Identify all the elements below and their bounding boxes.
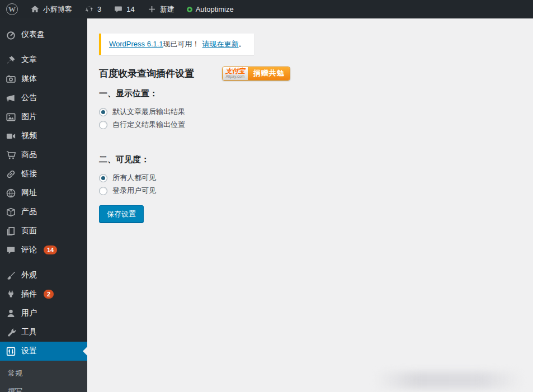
chain-link-icon	[5, 169, 16, 180]
sidebar-item-goods[interactable]: 商品	[0, 145, 87, 164]
alipay-donate-button[interactable]: 支付宝 Alipay.com 捐赠共勉	[222, 67, 290, 81]
sidebar-item-pages[interactable]: 页面	[0, 221, 87, 240]
wrench-icon	[5, 327, 16, 338]
globe-icon	[5, 188, 16, 199]
plugins-count-badge: 2	[44, 290, 54, 299]
sidebar-item-appearance[interactable]: 外观	[0, 266, 87, 285]
plug-icon	[5, 289, 16, 300]
sidebar-item-media[interactable]: 媒体	[0, 69, 87, 88]
admin-bar: 小辉博客 3 14 新建 Autoptimize	[0, 0, 533, 18]
submenu-item-general[interactable]: 常规	[0, 365, 87, 382]
video-camera-icon	[5, 131, 16, 141]
radio-option-default-output[interactable]: 默认文章最后输出结果	[99, 107, 185, 117]
settings-submenu: 常规 撰写	[0, 361, 87, 392]
radio-option-visible-all[interactable]: 所有人都可见	[99, 173, 156, 183]
image-icon	[5, 112, 16, 122]
section-visibility-heading: 二、可见度：	[99, 154, 533, 165]
comments-count: 14	[126, 5, 134, 13]
wordpress-version-link[interactable]: WordPress 6.1.1	[109, 40, 163, 48]
radio-unselected-icon[interactable]	[99, 187, 107, 195]
package-icon	[5, 207, 16, 218]
radio-option-custom-output[interactable]: 自行定义结果输出位置	[99, 120, 185, 130]
notice-period: 。	[239, 40, 246, 48]
sidebar-item-comments[interactable]: 评论 14	[0, 240, 87, 259]
main-content: WordPress 6.1.1现已可用！请现在更新。 百度收录查询插件设置 支付…	[87, 18, 533, 392]
sidebar-item-users[interactable]: 用户	[0, 304, 87, 323]
site-menu[interactable]: 小辉博客	[24, 0, 78, 18]
sidebar-item-plugins[interactable]: 插件 2	[0, 285, 87, 304]
sidebar-item-products[interactable]: 产品	[0, 202, 87, 221]
comments-icon	[114, 4, 123, 14]
admin-sidebar: 仪表盘 文章 媒体 公告 图片 视频 商品 链接 网址 产品 页面	[0, 18, 87, 392]
section-display-heading: 一、显示位置：	[99, 88, 533, 99]
site-name: 小辉博客	[43, 4, 72, 15]
comment-bubble-icon	[5, 245, 16, 256]
new-content-menu[interactable]: 新建	[141, 0, 181, 18]
sidebar-item-urls[interactable]: 网址	[0, 183, 87, 202]
updates-count: 3	[97, 5, 101, 13]
plus-icon	[147, 4, 157, 14]
page-title: 百度收录查询插件设置	[99, 67, 194, 80]
donate-label: 捐赠共勉	[248, 67, 290, 80]
sidebar-item-videos[interactable]: 视频	[0, 126, 87, 145]
submenu-item-writing[interactable]: 撰写	[0, 382, 87, 392]
save-settings-button[interactable]: 保存设置	[99, 205, 144, 223]
paintbrush-icon	[5, 270, 16, 281]
update-notice: WordPress 6.1.1现已可用！请现在更新。	[99, 34, 254, 55]
sidebar-item-announcements[interactable]: 公告	[0, 88, 87, 107]
sidebar-item-images[interactable]: 图片	[0, 107, 87, 126]
pushpin-icon	[5, 55, 16, 65]
new-content-label: 新建	[160, 4, 174, 15]
alipay-logo: 支付宝 Alipay.com	[223, 67, 248, 80]
autoptimize-menu[interactable]: Autoptimize	[181, 0, 240, 18]
pages-icon	[5, 226, 16, 237]
notice-text: 现已可用！	[163, 40, 200, 48]
blurred-watermark	[375, 372, 523, 389]
megaphone-icon	[5, 93, 16, 103]
active-menu-arrow	[83, 347, 87, 356]
updates-menu[interactable]: 3	[78, 0, 107, 18]
comments-menu[interactable]: 14	[107, 0, 140, 18]
comments-count-badge: 14	[44, 245, 57, 254]
menu-separator	[0, 44, 87, 50]
alipay-logo-text: 支付宝	[225, 68, 245, 74]
wordpress-logo-menu[interactable]	[0, 0, 24, 18]
radio-option-visible-logged-in[interactable]: 登录用户可见	[99, 186, 156, 196]
user-icon	[5, 308, 16, 319]
sidebar-item-posts[interactable]: 文章	[0, 50, 87, 69]
radio-selected-icon[interactable]	[99, 108, 107, 116]
update-now-link[interactable]: 请现在更新	[202, 40, 239, 48]
radio-selected-icon[interactable]	[99, 174, 107, 182]
menu-separator	[0, 259, 87, 266]
sidebar-item-tools[interactable]: 工具	[0, 323, 87, 342]
updates-icon	[84, 4, 94, 14]
sidebar-item-dashboard[interactable]: 仪表盘	[0, 25, 87, 44]
wordpress-logo-icon	[6, 3, 18, 15]
radio-unselected-icon[interactable]	[99, 121, 107, 129]
title-row: 百度收录查询插件设置 支付宝 Alipay.com 捐赠共勉	[99, 66, 533, 81]
settings-sliders-icon	[5, 346, 16, 357]
autoptimize-icon	[187, 7, 192, 12]
dashboard-icon	[5, 30, 16, 40]
cart-icon	[5, 150, 16, 160]
sidebar-item-links[interactable]: 链接	[0, 164, 87, 183]
camera-icon	[5, 74, 16, 84]
home-icon	[30, 4, 40, 14]
sidebar-item-settings[interactable]: 设置	[0, 342, 87, 361]
autoptimize-label: Autoptimize	[196, 5, 234, 13]
alipay-domain-text: Alipay.com	[225, 74, 244, 79]
